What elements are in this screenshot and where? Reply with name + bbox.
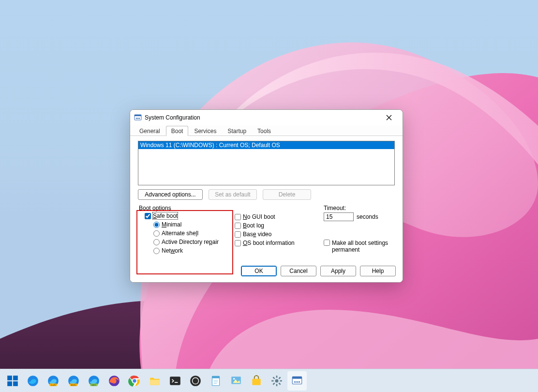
apply-button[interactable]: Apply [320, 266, 356, 276]
taskbar-notepad[interactable] [206, 371, 225, 391]
svg-rect-1 [134, 115, 141, 116]
os-boot-info-checkbox[interactable] [235, 240, 241, 246]
help-button[interactable]: Help [360, 266, 396, 276]
system-configuration-dialog: System Configuration General Boot Servic… [130, 109, 403, 283]
cancel-label: Cancel [289, 268, 307, 274]
boot-log-label[interactable]: Boot log [243, 222, 264, 229]
boot-options-group: Boot options Safe boot Minimal Alternate… [138, 205, 235, 255]
taskbar-store[interactable] [247, 371, 266, 391]
ok-button[interactable]: OK [241, 266, 277, 276]
advanced-options-label: Advanced options... [145, 191, 195, 198]
timeout-unit: seconds [357, 213, 378, 220]
svg-rect-5 [7, 376, 12, 380]
timeout-group: Timeout: seconds Make all boot settings … [322, 205, 395, 255]
ok-label: OK [254, 268, 263, 274]
tab-strip: General Boot Services Startup Tools [130, 125, 403, 136]
svg-point-36 [275, 379, 279, 382]
svg-point-48 [296, 381, 298, 382]
svg-text:CAN: CAN [51, 383, 56, 386]
edge-dev-icon: DEV [88, 375, 100, 387]
terminal-icon [169, 375, 181, 387]
boot-entry[interactable]: Windows 11 (C:\WINDOWS) : Current OS; De… [138, 141, 394, 149]
minimal-radio[interactable] [153, 222, 160, 228]
taskbar-msconfig[interactable] [287, 371, 307, 391]
boot-log-checkbox[interactable] [235, 223, 241, 229]
os-boot-info-label[interactable]: OS boot information [243, 240, 295, 246]
svg-rect-25 [170, 377, 180, 385]
taskbar-edge-can[interactable]: CAN [44, 371, 63, 391]
network-radio[interactable] [153, 248, 160, 254]
svg-line-41 [273, 377, 274, 378]
taskbar-firefox[interactable] [105, 371, 124, 391]
svg-text:DEV: DEV [91, 383, 96, 386]
svg-rect-24 [150, 379, 160, 385]
svg-text:BETA: BETA [71, 383, 77, 386]
taskbar-chrome[interactable] [125, 371, 144, 391]
make-permanent-label[interactable]: Make all boot settings permanent [332, 240, 395, 254]
chatgpt-icon [189, 375, 202, 387]
start-button[interactable] [3, 371, 22, 391]
boot-flags-group: No GUI boot Boot log Base video OS boot … [235, 205, 322, 255]
no-gui-boot-label[interactable]: No GUI boot [243, 213, 275, 220]
dialog-footer: OK Cancel Apply Help [130, 261, 403, 282]
svg-point-26 [190, 376, 201, 386]
titlebar[interactable]: System Configuration [130, 110, 403, 125]
svg-rect-8 [13, 381, 18, 386]
taskbar-chatgpt[interactable] [186, 371, 205, 391]
edge-beta-icon: BETA [67, 375, 80, 387]
window-title: System Configuration [145, 114, 200, 121]
edge-icon [27, 375, 39, 387]
ad-repair-label[interactable]: Active Directory repair [162, 239, 219, 245]
make-permanent-checkbox[interactable] [324, 240, 330, 246]
taskbar-explorer[interactable] [145, 371, 164, 391]
taskbar-edge-beta[interactable]: BETA [64, 371, 83, 391]
help-label: Help [372, 268, 384, 274]
advanced-options-button[interactable]: Advanced options... [138, 189, 203, 200]
safe-boot-label[interactable]: Safe boot [153, 212, 178, 219]
delete-button: Delete [263, 189, 311, 200]
timeout-label: Timeout: [324, 205, 395, 211]
tab-boot[interactable]: Boot [166, 126, 189, 136]
svg-rect-6 [13, 376, 18, 380]
tab-body-boot: Windows 11 (C:\WINDOWS) : Current OS; De… [130, 136, 403, 261]
msconfig-taskbar-icon [291, 375, 303, 387]
no-gui-boot-checkbox[interactable] [235, 214, 241, 220]
delete-label: Delete [279, 191, 296, 198]
alternate-shell-radio[interactable] [153, 230, 160, 237]
boot-options-legend: Boot options [138, 205, 235, 211]
minimal-label[interactable]: Minimal [162, 221, 181, 228]
windows-logo-icon [6, 375, 19, 387]
set-as-default-button: Set as default [209, 189, 257, 200]
taskbar-settings[interactable] [267, 371, 286, 391]
taskbar: CAN BETA DEV [0, 369, 538, 392]
chrome-icon [128, 375, 141, 387]
tab-services[interactable]: Services [189, 126, 222, 136]
close-icon [386, 115, 392, 121]
base-video-label[interactable]: Base video [243, 231, 271, 238]
svg-line-43 [273, 383, 274, 384]
tab-startup[interactable]: Startup [222, 126, 252, 136]
boot-entry-list[interactable]: Windows 11 (C:\WINDOWS) : Current OS; De… [138, 141, 395, 185]
taskbar-paint[interactable] [226, 371, 246, 391]
tab-tools[interactable]: Tools [252, 126, 276, 136]
svg-rect-35 [252, 378, 260, 385]
set-as-default-label: Set as default [215, 191, 250, 198]
taskbar-edge[interactable] [23, 371, 43, 391]
svg-point-49 [299, 381, 300, 382]
timeout-input[interactable] [324, 212, 354, 221]
base-video-checkbox[interactable] [235, 231, 241, 238]
store-icon [250, 375, 263, 387]
msconfig-icon [134, 114, 142, 121]
network-label[interactable]: Network [162, 247, 183, 254]
safe-boot-checkbox[interactable] [145, 213, 151, 219]
ad-repair-radio[interactable] [153, 239, 160, 245]
close-button[interactable] [378, 111, 400, 124]
taskbar-edge-dev[interactable]: DEV [84, 371, 104, 391]
svg-line-42 [279, 383, 280, 384]
alternate-shell-label[interactable]: Alternate shell [162, 230, 198, 237]
svg-point-4 [139, 118, 140, 119]
taskbar-terminal[interactable] [165, 371, 185, 391]
cancel-button[interactable]: Cancel [281, 266, 316, 276]
svg-line-44 [279, 377, 280, 378]
tab-general[interactable]: General [134, 126, 165, 136]
